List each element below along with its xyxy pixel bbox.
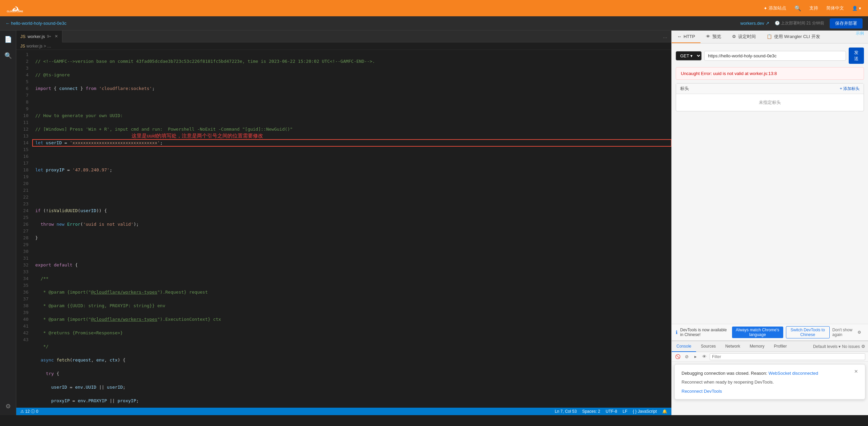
right-panel: ↔ HTTP 👁 预览 ⚙ 设定时间 📋 使用 Wrangler CLI 开发 … <box>671 31 868 415</box>
search-icon[interactable]: 🔍 <box>794 5 801 12</box>
sidebar-icon-settings[interactable]: ⚙ <box>2 400 14 412</box>
tab-close-button[interactable]: ✕ <box>55 34 58 39</box>
status-bar: ⚠ 12 ⓘ 0 Ln 7, Col 53 Spaces: 2 UTF-8 LF… <box>16 408 671 415</box>
support-label[interactable]: 支持 <box>809 5 818 11</box>
verbose-icon[interactable]: ▸ <box>692 353 699 360</box>
code-line: * @param {{UUID: string, PROXYIP: string… <box>33 302 671 309</box>
editor-area: JS worker.js 9+ ✕ … JS worker.js > … 这里是… <box>16 31 671 415</box>
tab-bar: JS worker.js 9+ ✕ … <box>16 31 671 42</box>
tab-wrangler-label: 使用 Wrangler CLI 开发 <box>774 34 820 40</box>
code-line: export default { <box>33 262 671 268</box>
workers-dev-link[interactable]: workers.dev ↗ <box>741 21 769 26</box>
sidebar-icon-files[interactable]: 📄 <box>2 33 14 45</box>
line-numbers: 12345 678910 1112131415 1617181920 21222… <box>16 50 33 408</box>
devtools-tab-network[interactable]: Network <box>721 341 745 352</box>
tab-http-label: HTTP <box>684 34 695 39</box>
code-line: let proxyIP = '47.89.240.97'; <box>33 167 671 173</box>
tab-worker-js[interactable]: JS worker.js 9+ ✕ <box>16 31 62 42</box>
code-line: // How to generate your own UUID: <box>33 112 671 119</box>
devtools-tab-sources[interactable]: Sources <box>696 341 721 352</box>
url-bar: GET ▾ 发 送 <box>676 48 864 64</box>
devtools-settings-icon[interactable]: ⚙ <box>857 330 864 335</box>
method-select[interactable]: GET ▾ <box>676 51 702 60</box>
code-line: // [Windows] Press 'Win + R', input cmd … <box>33 126 671 133</box>
filter-toggle-icon[interactable]: ⊘ <box>683 353 690 360</box>
dont-show-link[interactable]: Don't show again <box>832 328 855 337</box>
headers-label: 标头 <box>680 86 689 92</box>
editor-header: ← hello-world-holy-sound-0e3c workers.de… <box>0 16 868 31</box>
indentation[interactable]: Spaces: 2 <box>582 409 600 414</box>
encoding[interactable]: UTF-8 <box>606 409 617 414</box>
file-path: worker.js > … <box>26 44 51 49</box>
devtools-gear-icon[interactable]: ⚙ <box>861 344 865 349</box>
code-line: * @param {import("@cloudflare/workers-ty… <box>33 289 671 296</box>
file-breadcrumb: JS worker.js > … <box>16 42 671 50</box>
tab-preview[interactable]: 👁 预览 <box>701 31 727 43</box>
tab-label: worker.js <box>27 34 45 39</box>
http-panel: GET ▾ 发 送 Uncaught Error: uuid is not va… <box>672 43 868 324</box>
headers-title: 标头 + 添加标头 <box>676 84 864 94</box>
sources-tab-label: Sources <box>701 344 716 349</box>
add-site-label[interactable]: 添加站点 <box>769 5 786 11</box>
code-line: /** <box>33 275 671 282</box>
error-text: Uncaught Error: uuid is not valid at wor… <box>681 71 777 76</box>
sidebar-icons: 📄 🔍 ⚙ <box>0 31 16 415</box>
close-popup-button[interactable]: ✕ <box>854 369 858 374</box>
url-input[interactable] <box>704 51 846 61</box>
svg-text:CLOUDFLARE: CLOUDFLARE <box>7 10 23 13</box>
eye-icon[interactable]: 👁 <box>701 353 708 360</box>
clear-console-icon[interactable]: 🚫 <box>674 353 681 360</box>
send-button[interactable]: 发 送 <box>849 48 864 64</box>
code-lines: 12345 678910 1112131415 1617181920 21222… <box>16 50 671 408</box>
tab-more-button[interactable]: … <box>659 34 671 39</box>
add-site-button[interactable]: ✦ 添加站点 <box>764 5 786 11</box>
cursor-position[interactable]: Ln 7, Col 53 <box>555 409 577 414</box>
tab-wrangler[interactable]: 📋 使用 Wrangler CLI 开发 <box>761 31 826 43</box>
tab-schedule[interactable]: ⚙ 设定时间 <box>727 31 761 43</box>
always-match-button[interactable]: Always match Chrome's language <box>732 327 783 338</box>
code-line: async fetch(request, env, ctx) { <box>33 357 671 364</box>
http-icon: ↔ <box>677 34 682 39</box>
reconnect-button[interactable]: Reconnect DevTools <box>682 389 722 394</box>
code-line <box>33 180 671 187</box>
code-line: try { <box>33 370 671 377</box>
language-mode[interactable]: { } JavaScript <box>633 409 657 414</box>
switch-devtools-button[interactable]: Switch DevTools to Chinese <box>786 326 830 338</box>
js-file-icon: JS <box>20 34 25 39</box>
code-line: * @param {import("@cloudflare/workers-ty… <box>33 316 671 323</box>
clock-icon: 🕐 <box>775 21 780 25</box>
code-editor[interactable]: 这里是uuid的填写处，注意是两个引号之间的位置需要修改 12345 67891… <box>16 50 671 408</box>
tab-http[interactable]: ↔ HTTP <box>672 31 701 43</box>
code-line: if (!isValidUUID(userID)) { <box>33 207 671 214</box>
devtools-tab-console[interactable]: Console <box>672 341 696 352</box>
code-line: // <!--GAMFC-->version base on commit 43… <box>33 58 671 65</box>
console-tab-label: Console <box>676 344 691 349</box>
user-icon[interactable]: 👤 ▾ <box>852 6 861 11</box>
back-link[interactable]: ← hello-world-holy-sound-0e3c <box>5 21 66 26</box>
add-header-link[interactable]: + 添加标头 <box>840 86 860 92</box>
tab-schedule-label: 设定时间 <box>738 34 756 40</box>
logo[interactable]: CLOUDFLARE <box>7 3 23 14</box>
code-line: * @returns {Promise<Response>} <box>33 330 671 336</box>
sidebar-icon-search[interactable]: 🔍 <box>2 50 14 62</box>
headers-section: 标头 + 添加标头 未指定标头 <box>676 83 864 111</box>
filter-input[interactable] <box>710 353 865 360</box>
memory-tab-label: Memory <box>750 344 764 349</box>
code-line: import { connect } from 'cloudflare:sock… <box>33 85 671 92</box>
devtools-tab-memory[interactable]: Memory <box>745 341 769 352</box>
breadcrumb[interactable]: ← hello-world-holy-sound-0e3c <box>5 21 66 26</box>
language-selector[interactable]: 简体中文 <box>826 5 844 11</box>
disconnect-subtitle: Reconnect when ready by reopening DevToo… <box>682 379 858 385</box>
error-panel: Uncaught Error: uuid is not valid at wor… <box>676 67 864 80</box>
navbar-right: ✦ 添加站点 🔍 支持 简体中文 👤 ▾ <box>764 5 861 12</box>
devtools-tab-profiler[interactable]: Profiler <box>769 341 791 352</box>
status-errors[interactable]: ⚠ 12 ⓘ 0 <box>20 409 38 414</box>
error-levels-dropdown[interactable]: Default levels ▾ <box>813 344 841 349</box>
bell-icon[interactable]: 🔔 <box>662 409 667 414</box>
code-line-selected: let userID = 'xxxxxxxxxxxxxxxxxxxxxxxxxx… <box>33 140 671 146</box>
code-content[interactable]: // <!--GAMFC-->version base on commit 43… <box>33 50 671 408</box>
show-button[interactable]: 示例 <box>852 31 868 43</box>
line-ending[interactable]: LF <box>623 409 627 414</box>
code-line <box>33 99 671 106</box>
save-all-button[interactable]: 保存并部署 <box>830 18 863 29</box>
